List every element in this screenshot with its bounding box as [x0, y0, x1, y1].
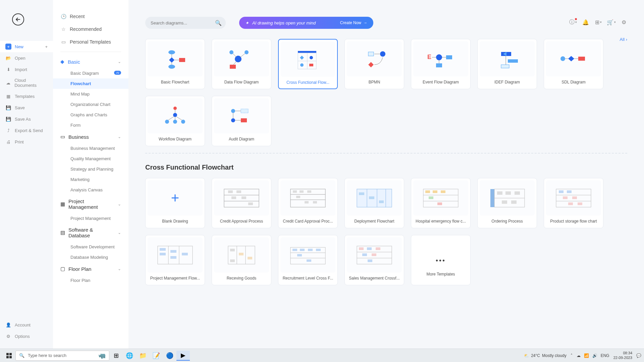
swimlane-preview-icon [354, 186, 394, 210]
template-event-flow[interactable]: E Event Flow Diagram [411, 39, 471, 89]
taskbar-weather[interactable]: ⛅ 24°C Mostly cloudy [524, 353, 567, 358]
svg-rect-36 [501, 65, 509, 68]
cat-sp[interactable]: Strategy and Planning [53, 164, 128, 174]
template-more[interactable]: ••• More Templates [411, 235, 471, 285]
cat-section-basic[interactable]: ◆ Basic ⌄ [53, 55, 128, 68]
svg-rect-91 [490, 189, 494, 207]
tray-wifi-icon[interactable]: 📶 [584, 353, 589, 358]
template-sdl[interactable]: SDL Diagram [544, 39, 603, 89]
taskbar-search[interactable]: 🔍 Type here to search 🦏 [15, 351, 109, 361]
sidebar-new[interactable]: + New + [0, 41, 53, 52]
back-button[interactable] [12, 13, 24, 25]
arrow-left-icon [15, 16, 21, 23]
taskbar-clock[interactable]: 08:34 22-09-2023 [613, 351, 632, 360]
ai-create-now[interactable]: Create Now → [340, 20, 367, 25]
template-data-flow[interactable]: Data Flow Diagram [212, 39, 271, 89]
svg-rect-127 [300, 249, 305, 251]
cat-recent[interactable]: 🕑 Recent [53, 10, 128, 23]
cat-pm1[interactable]: Project Management [53, 213, 128, 224]
cat-sd2-label: Database Modeling [70, 255, 108, 260]
apps-icon[interactable]: ⊞▾ [595, 19, 602, 25]
cat-basic-diagram[interactable]: Basic Diagram AI [53, 68, 128, 78]
cat-form[interactable]: Form [53, 120, 128, 130]
sidebar-export[interactable]: ⤴ Export & Send [0, 125, 53, 136]
template-blank[interactable]: + Blank Drawing [145, 178, 205, 228]
cat-ac[interactable]: Analysis Canvas [53, 185, 128, 195]
search-icon[interactable]: 🔍 [215, 20, 222, 26]
preview [413, 180, 468, 216]
sidebar-cloud[interactable]: ☁ Cloud Documents [0, 75, 53, 90]
all-link-label: All [620, 37, 625, 42]
template-pm-flow[interactable]: Project Management Flow... [145, 235, 205, 285]
add-icon[interactable]: + [45, 44, 48, 49]
all-link[interactable]: All › [620, 37, 627, 42]
cat-graphs[interactable]: Graphs and Charts [53, 110, 128, 120]
taskbar-chrome[interactable]: 🔵 [163, 351, 176, 361]
template-audit[interactable]: Audit Diagram [212, 96, 271, 146]
search-box[interactable]: 🔍 [145, 17, 226, 29]
cat-mk[interactable]: Marketing [53, 174, 128, 185]
template-sales-mgmt[interactable]: Sales Management Crossf... [344, 235, 404, 285]
cat-org-chart[interactable]: Organizational Chart [53, 99, 128, 110]
template-recruitment[interactable]: Recruitment Level Cross F... [278, 235, 338, 285]
cat-pm1-label: Project Management [70, 216, 111, 221]
template-deployment[interactable]: Deployment Flowchart [344, 178, 404, 228]
start-button[interactable] [3, 351, 15, 361]
cat-sd2[interactable]: Database Modeling [53, 252, 128, 262]
cat-qm[interactable]: Quality Management [53, 154, 128, 164]
cat-sd1[interactable]: Software Development [53, 242, 128, 252]
cat-section-fp[interactable]: ▢ Floor Plan ⌄ [53, 262, 128, 275]
cat-section-business[interactable]: ▭ Business ⌄ [53, 130, 128, 143]
template-credit-card[interactable]: Credit Card Approval Proc... [278, 178, 338, 228]
cat-section-pm[interactable]: ▦ Project Management ⌄ [53, 195, 128, 213]
sidebar-templates[interactable]: ▦ Templates [0, 90, 53, 102]
bpmn-preview-icon [354, 47, 394, 71]
svg-rect-64 [231, 196, 236, 199]
taskbar-word[interactable]: 📝 [150, 351, 163, 361]
template-product-storage[interactable]: Product storage flow chart [544, 178, 603, 228]
sidebar-account[interactable]: 👤 Account [0, 319, 53, 330]
taskbar-edge[interactable]: 🌐 [123, 351, 136, 361]
cat-mind-map[interactable]: Mind Map [53, 89, 128, 99]
help-icon[interactable]: ⓘ▾ [570, 19, 576, 25]
sidebar-print[interactable]: 🖨 Print [0, 136, 53, 147]
svg-rect-10 [230, 65, 236, 69]
ai-banner[interactable]: ✦ AI drawing helps open your mind Create… [239, 17, 373, 29]
template-basic-flowchart[interactable]: Basic Flowchart [145, 39, 205, 89]
sidebar-open[interactable]: 📂 Open [0, 52, 53, 64]
template-ordering[interactable]: Ordering Process [477, 178, 537, 228]
tray-language-icon[interactable]: ENG [601, 353, 609, 358]
template-idef[interactable]: IDEF Diagram [477, 39, 537, 89]
settings-icon[interactable]: ⚙ [621, 19, 627, 25]
tray-volume-icon[interactable]: 🔊 [592, 353, 597, 358]
sidebar-import[interactable]: ⬇ Import [0, 64, 53, 75]
template-label: Credit Card Approval Proc... [278, 216, 337, 227]
template-cross-functional[interactable]: Cross Functional Flow... [278, 39, 338, 89]
taskbar-edrawmax[interactable]: ▶ [176, 351, 190, 361]
cat-section-sd[interactable]: ▤ Software & Database ⌄ [53, 224, 128, 242]
search-input[interactable] [145, 17, 226, 29]
sidebar-save[interactable]: 💾 Save [0, 102, 53, 113]
sidebar-save-as[interactable]: 💾 Save As [0, 113, 53, 125]
tray-chevron-icon[interactable]: ˄ [571, 353, 573, 358]
tray-notifications-icon[interactable]: 💬 [636, 353, 641, 358]
tray-onedrive-icon[interactable]: ☁ [577, 353, 581, 358]
bell-icon[interactable]: 🔔 [582, 19, 589, 25]
cat-flowchart[interactable]: Flowchart [53, 78, 128, 89]
template-hospital[interactable]: Hospital emergency flow c... [411, 178, 471, 228]
idef-preview-icon [487, 47, 527, 71]
cart-icon[interactable]: 🛒▾ [608, 19, 614, 25]
sidebar-options[interactable]: ⚙ Options [0, 330, 53, 342]
cat-bm[interactable]: Business Management [53, 143, 128, 154]
cat-personal[interactable]: ▭ Personal Templates [53, 36, 128, 48]
cat-fp1[interactable]: Floor Plan [53, 275, 128, 286]
template-bpmn[interactable]: BPMN [344, 39, 404, 89]
template-receiving[interactable]: Receving Goods [212, 235, 271, 285]
template-workflow[interactable]: Workflow Diagram [145, 96, 205, 146]
taskbar-explorer[interactable]: 📁 [136, 351, 150, 361]
task-view-icon[interactable]: ⊞ [109, 351, 123, 361]
cat-recommended[interactable]: ☆ Recommended [53, 23, 128, 36]
svg-rect-81 [369, 196, 374, 199]
template-credit-approval[interactable]: Credit Approval Process [212, 178, 271, 228]
save-icon: 💾 [5, 105, 11, 111]
